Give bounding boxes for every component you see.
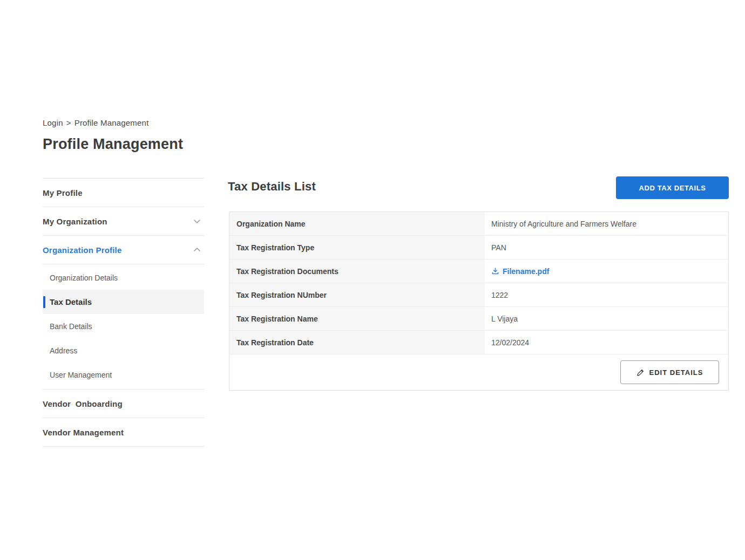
add-tax-details-button[interactable]: ADD TAX DETAILS [616,176,729,199]
chevron-down-icon [193,217,201,225]
breadcrumb: Login>Profile Management [43,118,149,127]
breadcrumb-current: Profile Management [74,118,149,127]
row-label: Tax Registration NUmber [229,283,485,306]
sidebar-item-label: My Profile [43,188,83,197]
table-row: Tax Registration NUmber 1222 [229,283,728,307]
table-row: Tax Registration Type PAN [229,236,728,259]
row-value: 12/02/2024 [485,331,728,354]
sidebar-item-my-profile[interactable]: My Profile [43,179,204,207]
edit-details-button[interactable]: EDIT DETAILS [620,360,719,384]
download-icon [491,267,499,275]
table-row: Organization Name Ministry of Agricultur… [229,212,728,236]
sidebar-item-label: User Management [50,371,112,379]
row-label: Organization Name [229,212,485,235]
sidebar-item-label: Organization Profile [43,245,122,255]
edit-details-label: EDIT DETAILS [649,368,703,377]
row-value: PAN [485,236,728,259]
row-value: Filename.pdf [485,259,728,283]
row-value: L Vijaya [485,307,728,330]
sidebar: My Profile My Organization Organization … [43,178,204,447]
organization-profile-submenu: Organization Details Tax Details Bank De… [43,264,204,390]
table-row: Tax Registration Name L Vijaya [229,307,728,331]
chevron-up-icon [193,246,201,254]
section-heading: Tax Details List [228,180,316,194]
row-label: Tax Registration Name [229,307,485,330]
sidebar-item-bank-details[interactable]: Bank Details [43,314,204,338]
sidebar-item-user-management[interactable]: User Management [43,363,204,387]
sidebar-item-label: Bank Details [50,322,92,331]
pencil-icon [636,368,645,377]
sidebar-item-vendor-onboarding[interactable]: Vendor Onboarding [43,390,204,418]
document-download-link[interactable]: Filename.pdf [491,267,549,276]
row-value: 1222 [485,283,728,306]
profile-management-page: Login>Profile Management Profile Managem… [0,0,745,560]
sidebar-item-label: My Organization [43,217,107,226]
row-value: Ministry of Agriculture and Farmers Welf… [485,212,728,235]
table-row: Tax Registration Documents Filename.pdf [229,259,728,283]
row-label: Tax Registration Type [229,236,485,259]
row-label: Tax Registration Date [229,331,485,354]
sidebar-item-vendor-management[interactable]: Vendor Management [43,418,204,447]
sidebar-item-organization-details[interactable]: Organization Details [43,265,204,290]
sidebar-item-label: Organization Details [50,274,118,282]
tax-details-table: Organization Name Ministry of Agricultur… [229,211,729,391]
row-label: Tax Registration Documents [229,259,485,283]
sidebar-item-label: Tax Details [50,297,92,306]
sidebar-item-tax-details[interactable]: Tax Details [43,290,204,314]
table-footer: EDIT DETAILS [229,354,728,390]
document-filename: Filename.pdf [503,267,549,276]
selected-indicator-bar [43,296,45,308]
sidebar-item-label: Address [50,346,77,355]
sidebar-item-label: Vendor Onboarding [43,399,123,408]
sidebar-item-organization-profile[interactable]: Organization Profile [43,236,204,264]
breadcrumb-separator: > [66,118,71,127]
sidebar-item-label: Vendor Management [43,428,124,437]
sidebar-item-address[interactable]: Address [43,338,204,363]
sidebar-item-my-organization[interactable]: My Organization [43,207,204,236]
page-title: Profile Management [43,136,183,153]
table-row: Tax Registration Date 12/02/2024 [229,331,728,354]
breadcrumb-login-link[interactable]: Login [43,118,63,127]
